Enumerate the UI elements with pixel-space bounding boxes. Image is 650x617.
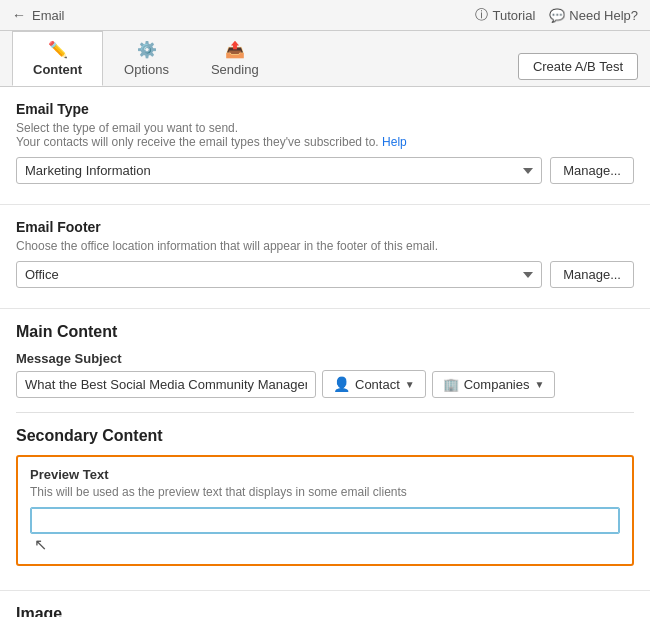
companies-caret-icon: ▼: [534, 379, 544, 390]
email-type-desc-text: Select the type of email you want to sen…: [16, 121, 238, 135]
email-footer-manage-button[interactable]: Manage...: [550, 261, 634, 288]
companies-icon: 🏢: [443, 377, 459, 392]
email-type-subdesc: Your contacts will only receive the emai…: [16, 135, 379, 149]
main-content-title: Main Content: [16, 323, 634, 341]
email-footer-row: Office Manage...: [16, 261, 634, 288]
secondary-content-title: Secondary Content: [16, 427, 634, 445]
email-footer-section: Email Footer Choose the office location …: [0, 205, 650, 309]
message-subject-row: 👤 Contact ▼ 🏢 Companies ▼: [16, 370, 634, 398]
create-ab-test-button[interactable]: Create A/B Test: [518, 53, 638, 80]
sending-tab-icon: 📤: [225, 40, 245, 59]
help-link-inline[interactable]: Help: [382, 135, 407, 149]
tab-content-label: Content: [33, 62, 82, 77]
tab-options[interactable]: ⚙️ Options: [103, 31, 190, 86]
secondary-content-section: Secondary Content Preview Text This will…: [0, 413, 650, 591]
back-nav[interactable]: ← Email: [12, 7, 65, 23]
contact-merge-label: Contact: [355, 377, 400, 392]
image-title: Image: [16, 605, 634, 617]
image-section: Image Select image Remove: [0, 591, 650, 617]
tab-sending[interactable]: 📤 Sending: [190, 31, 280, 86]
back-label: Email: [32, 8, 65, 23]
tabs-container: ✏️ Content ⚙️ Options 📤 Sending: [12, 31, 280, 86]
email-type-section: Email Type Select the type of email you …: [0, 87, 650, 205]
email-type-dropdown[interactable]: Marketing Information: [16, 157, 542, 184]
email-type-desc: Select the type of email you want to sen…: [16, 121, 634, 149]
main-content-area: Email Type Select the type of email you …: [0, 87, 650, 617]
companies-merge-button[interactable]: 🏢 Companies ▼: [432, 371, 556, 398]
cursor-area: ↖: [30, 534, 620, 554]
main-content-section: Main Content Message Subject 👤 Contact ▼…: [0, 309, 650, 398]
tutorial-link[interactable]: ⓘ Tutorial: [475, 6, 535, 24]
cursor-icon: ↖: [34, 535, 47, 554]
chat-icon: 💬: [549, 8, 565, 23]
preview-text-input[interactable]: [30, 507, 620, 534]
preview-text-title: Preview Text: [30, 467, 620, 482]
tab-bar: ✏️ Content ⚙️ Options 📤 Sending Create A…: [0, 31, 650, 87]
email-type-title: Email Type: [16, 101, 634, 117]
contact-merge-button[interactable]: 👤 Contact ▼: [322, 370, 426, 398]
companies-merge-label: Companies: [464, 377, 530, 392]
options-tab-icon: ⚙️: [137, 40, 157, 59]
preview-text-box: Preview Text This will be used as the pr…: [16, 455, 634, 566]
back-arrow-icon: ←: [12, 7, 26, 23]
tab-options-label: Options: [124, 62, 169, 77]
contact-caret-icon: ▼: [405, 379, 415, 390]
help-link[interactable]: 💬 Need Help?: [549, 8, 638, 23]
tutorial-label: Tutorial: [492, 8, 535, 23]
email-footer-dropdown[interactable]: Office: [16, 261, 542, 288]
email-type-manage-button[interactable]: Manage...: [550, 157, 634, 184]
top-bar-actions: ⓘ Tutorial 💬 Need Help?: [475, 6, 638, 24]
top-bar: ← Email ⓘ Tutorial 💬 Need Help?: [0, 0, 650, 31]
preview-text-desc: This will be used as the preview text th…: [30, 485, 620, 499]
email-footer-desc: Choose the office location information t…: [16, 239, 634, 253]
help-label: Need Help?: [569, 8, 638, 23]
message-subject-input[interactable]: [16, 371, 316, 398]
question-icon: ⓘ: [475, 6, 488, 24]
tab-sending-label: Sending: [211, 62, 259, 77]
contact-icon: 👤: [333, 376, 350, 392]
email-type-row: Marketing Information Manage...: [16, 157, 634, 184]
message-subject-label: Message Subject: [16, 351, 634, 366]
tab-content[interactable]: ✏️ Content: [12, 31, 103, 86]
email-footer-title: Email Footer: [16, 219, 634, 235]
content-tab-icon: ✏️: [48, 40, 68, 59]
